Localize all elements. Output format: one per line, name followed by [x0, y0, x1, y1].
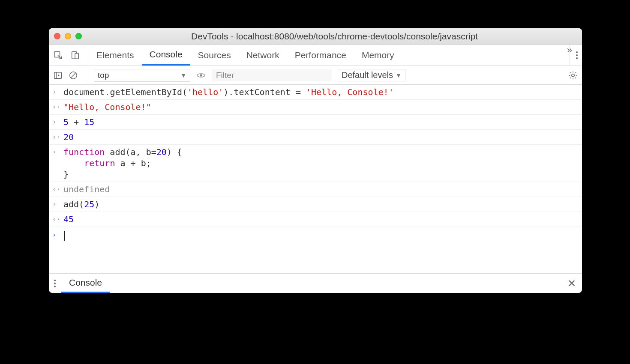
window-controls [54, 33, 82, 39]
code-content: 20 [63, 131, 74, 143]
code-content: add(25) [63, 199, 99, 210]
execution-context-value: top [98, 71, 109, 80]
console-input-row: ›function add(a, b=20) { return a + b; } [49, 145, 582, 182]
filter-input[interactable] [212, 69, 332, 81]
code-content: 5 + 15 [63, 116, 94, 128]
devtools-tabbar: ElementsConsoleSourcesNetworkPerformance… [49, 45, 582, 66]
drawer-tab-console[interactable]: Console [61, 274, 110, 293]
console-output-row: ‹·45 [49, 212, 582, 227]
console-input-row: ›5 + 15 [49, 115, 582, 130]
console-output-row: ‹·20 [49, 130, 582, 145]
console-input-row: ›add(25) [49, 197, 582, 212]
output-chevron-icon: ‹· [52, 131, 59, 143]
inspect-element-icon[interactable] [53, 51, 63, 60]
close-window-button[interactable] [54, 33, 60, 39]
log-levels-label: Default levels [342, 70, 393, 80]
code-content: 45 [63, 214, 74, 225]
device-toolbar-icon[interactable] [70, 51, 80, 60]
input-chevron-icon: › [52, 146, 59, 158]
toggle-sidebar-icon[interactable] [53, 71, 63, 80]
svg-rect-2 [75, 53, 78, 59]
output-chevron-icon: ‹· [52, 214, 59, 225]
code-content: undefined [63, 184, 110, 195]
output-chevron-icon: ‹· [52, 101, 59, 113]
svg-point-7 [200, 74, 202, 77]
input-chevron-icon: › [52, 87, 59, 98]
clear-console-icon[interactable] [69, 71, 78, 80]
close-drawer-icon[interactable]: ✕ [561, 274, 582, 293]
drawer-menu-icon[interactable] [54, 280, 56, 287]
execution-context-select[interactable]: top ▼ [94, 69, 190, 82]
svg-line-6 [71, 73, 76, 78]
console-log[interactable]: ›document.getElementById('hello').textCo… [49, 85, 582, 273]
code-content: function add(a, b=20) { return a + b; } [63, 146, 182, 180]
kebab-menu-icon[interactable] [576, 51, 578, 59]
console-prompt-row[interactable]: › [49, 227, 582, 250]
console-input[interactable] [63, 230, 65, 242]
tab-console[interactable]: Console [142, 45, 190, 66]
tab-network[interactable]: Network [239, 45, 287, 66]
console-output-row: ‹·"Hello, Console!" [49, 100, 582, 115]
chevron-down-icon: ▼ [180, 72, 186, 79]
tab-elements[interactable]: Elements [89, 45, 142, 66]
tab-performance[interactable]: Performance [287, 45, 354, 66]
prompt-chevron-icon: › [52, 230, 59, 241]
console-input-row: ›document.getElementById('hello').textCo… [49, 85, 582, 100]
devtools-window: DevTools - localhost:8080/web/tools/chro… [49, 28, 582, 293]
console-settings-icon[interactable] [568, 71, 578, 80]
console-toolbar: top ▼ Default levels ▼ [49, 66, 582, 85]
minimize-window-button[interactable] [65, 33, 71, 39]
log-levels-select[interactable]: Default levels ▼ [338, 69, 405, 81]
code-content: document.getElementById('hello').textCon… [63, 87, 394, 98]
code-content: "Hello, Console!" [63, 101, 151, 113]
svg-point-8 [572, 74, 574, 76]
zoom-window-button[interactable] [75, 33, 82, 39]
drawer: Console ✕ [49, 273, 582, 293]
input-chevron-icon: › [52, 116, 59, 128]
chevron-down-icon: ▼ [396, 72, 402, 79]
live-expression-icon[interactable] [196, 71, 206, 80]
drawer-tab-label: Console [69, 277, 102, 288]
output-chevron-icon: ‹· [52, 184, 59, 195]
tab-memory[interactable]: Memory [354, 45, 402, 66]
console-output-row: ‹·undefined [49, 182, 582, 197]
input-chevron-icon: › [52, 199, 59, 210]
window-title: DevTools - localhost:8080/web/tools/chro… [92, 31, 577, 42]
tab-sources[interactable]: Sources [190, 45, 239, 66]
mac-titlebar: DevTools - localhost:8080/web/tools/chro… [49, 28, 582, 45]
